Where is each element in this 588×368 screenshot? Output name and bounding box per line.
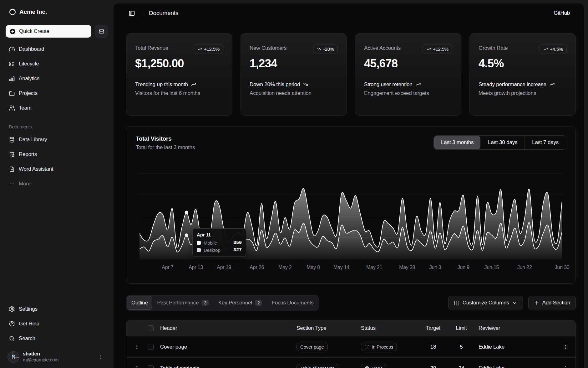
row-header[interactable]: Table of contents [160, 365, 297, 368]
user-name: shadcn [23, 351, 58, 357]
footer-nav: Settings Get Help Search [6, 303, 108, 345]
sidebar-item-label: Team [19, 105, 32, 111]
brand[interactable]: Acme Inc. [6, 7, 108, 17]
stat-card-growth-rate: Growth Rate +4.5% 4.5% Steady performanc… [469, 33, 576, 116]
dashboard-icon [9, 46, 15, 52]
sidebar-item-projects[interactable]: Projects [6, 87, 108, 99]
sidebar-item-team[interactable]: Team [6, 102, 108, 114]
row-limit[interactable]: 5 [444, 344, 479, 350]
chevron-down-icon [512, 300, 517, 306]
trend-badge: +12.5% [423, 44, 452, 54]
status-badge: Done [361, 364, 386, 368]
sidebar-item-label: More [19, 181, 31, 187]
row-reviewer[interactable]: Eddie Lake [479, 344, 555, 350]
stat-label: Active Accounts [364, 44, 401, 51]
row-checkbox[interactable] [148, 344, 154, 350]
tab-past-performance[interactable]: Past Performance3 [153, 296, 213, 309]
main-panel: Documents GitHub Total Revenue +12.5% $1… [113, 3, 584, 368]
sidebar-item-label: Analytics [19, 75, 39, 82]
sidebar-item-label: Projects [19, 90, 38, 96]
sidebar-item-data-library[interactable]: Data Library [6, 134, 108, 146]
row-limit[interactable]: 24 [444, 365, 479, 368]
sidebar-item-more[interactable]: More [6, 178, 108, 190]
github-link[interactable]: GitHub [554, 10, 570, 16]
drag-handle-icon[interactable] [126, 344, 148, 350]
tooltip-row: Desktop 327 [197, 247, 242, 253]
tooltip-label: Apr 11 [197, 232, 242, 237]
check-filled-icon [365, 366, 369, 368]
row-menu-button[interactable] [561, 364, 570, 368]
help-icon [9, 321, 15, 327]
users-icon [9, 105, 15, 111]
tabs: Outline Past Performance3 Key Personnel2… [126, 295, 319, 311]
svg-text:Apr 19: Apr 19 [217, 265, 231, 270]
select-all-checkbox[interactable] [148, 325, 154, 331]
chart-bar-icon [9, 75, 15, 82]
chart-tooltip: Apr 11 Mobile 350 Desktop 327 [192, 228, 246, 257]
stat-footer-title: Strong user retention [364, 80, 452, 89]
sidebar-item-reports[interactable]: Reports [6, 148, 108, 160]
columns-icon [454, 300, 460, 306]
row-reviewer[interactable]: Eddie Lake [479, 365, 555, 368]
col-header: Header [160, 325, 297, 331]
row-menu-button[interactable] [561, 342, 570, 352]
trending-up-icon [426, 47, 431, 51]
sidebar-item-label: Get Help [19, 321, 39, 327]
series-value: 350 [233, 240, 242, 246]
sidebar-item-analytics[interactable]: Analytics [6, 73, 108, 85]
svg-text:Jun 9: Jun 9 [458, 265, 469, 270]
row-target[interactable]: 18 [422, 344, 444, 350]
col-section-type: Section Type [297, 325, 361, 331]
sidebar-item-label: Settings [19, 306, 38, 312]
stat-card-new-customers: New Customers -20% 1,234 Down 20% this p… [241, 33, 347, 116]
main-nav: Dashboard Lifecycle Analytics Projects T… [6, 43, 108, 114]
plus-icon [534, 300, 540, 306]
trending-up-icon [415, 81, 421, 87]
sidebar-item-lifecycle[interactable]: Lifecycle [6, 58, 108, 70]
main-header: Documents GitHub [114, 3, 584, 23]
header-separator [143, 10, 143, 16]
svg-text:May 8: May 8 [307, 265, 320, 270]
trending-down-icon [303, 81, 308, 87]
tab-focus-documents[interactable]: Focus Documents [267, 296, 317, 309]
col-limit: Limit [444, 325, 479, 331]
sidebar-toggle-button[interactable] [126, 8, 137, 19]
col-target: Target [422, 325, 444, 331]
user-row[interactable]: N shadcn m@example.com [6, 349, 108, 364]
sidebar-item-dashboard[interactable]: Dashboard [6, 43, 108, 55]
table-header-row: Header Section Type Status Target Limit … [126, 320, 575, 336]
sidebar-item-word-assistant[interactable]: Word Assistant [6, 163, 108, 175]
series-name: Mobile [204, 240, 217, 246]
trending-up-icon [543, 47, 548, 51]
visitors-area-chart-svg: Apr 7Apr 13Apr 19Apr 26May 2May 8May 14M… [126, 127, 575, 283]
stat-value: 4.5% [479, 57, 567, 70]
sidebar-item-search[interactable]: Search [6, 333, 108, 345]
stat-value: 45,678 [364, 57, 452, 70]
inbox-button[interactable] [95, 25, 108, 38]
svg-text:May 21: May 21 [366, 265, 382, 270]
drag-handle-icon[interactable] [126, 365, 148, 368]
tab-outline[interactable]: Outline [127, 296, 152, 309]
section-type-badge: Cover page [297, 343, 328, 351]
stat-cards: Total Revenue +12.5% $1,250.00 Trending … [126, 33, 576, 116]
user-menu-button[interactable] [96, 352, 106, 362]
tab-key-personnel[interactable]: Key Personnel2 [214, 296, 266, 309]
quick-create-button[interactable]: Quick Create [6, 25, 91, 38]
sidebar-item-get-help[interactable]: Get Help [6, 318, 108, 330]
list-details-icon [9, 61, 15, 67]
sidebar-item-label: Word Assistant [19, 166, 53, 172]
customize-columns-button[interactable]: Customize Columns [448, 296, 523, 310]
sidebar-item-settings[interactable]: Settings [6, 303, 108, 315]
stat-label: Growth Rate [479, 44, 508, 51]
user-email: m@example.com [23, 357, 58, 363]
add-section-button[interactable]: Add Section [528, 296, 576, 310]
stat-card-active-accounts: Active Accounts +12.5% 45,678 Strong use… [355, 33, 461, 116]
svg-text:May 2: May 2 [278, 265, 292, 270]
database-icon [9, 137, 15, 143]
sidebar-section-label: Documents [6, 124, 108, 129]
svg-text:May 14: May 14 [333, 265, 349, 270]
table-toolbar: Outline Past Performance3 Key Personnel2… [126, 295, 576, 311]
row-target[interactable]: 29 [422, 365, 444, 368]
row-header[interactable]: Cover page [160, 344, 297, 350]
row-checkbox[interactable] [148, 365, 154, 368]
